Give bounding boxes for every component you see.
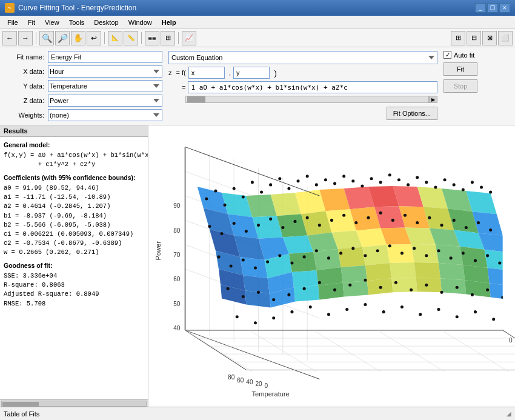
svg-point-176 xyxy=(379,286,382,289)
svg-point-167 xyxy=(242,295,245,298)
equation-type-select[interactable]: Custom Equation xyxy=(168,51,437,64)
svg-point-95 xyxy=(287,187,290,190)
toolbar-rotate[interactable]: ↩ xyxy=(87,31,101,45)
z-data-label: Z data: xyxy=(5,97,44,104)
z-data-select[interactable]: Power xyxy=(48,95,162,107)
svg-point-132 xyxy=(379,212,382,215)
svg-point-153 xyxy=(351,247,354,250)
results-scrollbar-h[interactable] xyxy=(0,399,148,407)
svg-point-125 xyxy=(293,220,296,223)
menu-view[interactable]: View xyxy=(40,18,64,27)
close-paren: ) xyxy=(272,68,277,78)
svg-text:60: 60 xyxy=(237,377,244,384)
formula-scrollbar[interactable] xyxy=(185,96,429,103)
svg-point-196 xyxy=(437,308,440,311)
chart-area: 40 50 60 70 80 90 Power 0 5 10 15 20 25 xyxy=(148,125,515,407)
formula-scrollbar-row: ▶ xyxy=(185,96,437,103)
restore-button[interactable]: ❐ xyxy=(487,3,498,13)
fit-options-button[interactable]: Fit Options... xyxy=(387,107,437,120)
menu-window[interactable]: Window xyxy=(124,18,157,27)
toolbar-data-cursor[interactable]: 📐 xyxy=(108,31,122,45)
close-button[interactable]: ✕ xyxy=(499,3,510,13)
svg-point-107 xyxy=(397,178,400,181)
formula-row: = 1 a0 + a1*cos(w*x) + b1*sin(w*x) + a2*… xyxy=(168,81,437,93)
menu-help[interactable]: Help xyxy=(157,18,181,27)
toolbar-sep-4 xyxy=(178,32,179,44)
svg-point-182 xyxy=(471,293,474,296)
title-bar-left: ~ Curve Fitting Tool - EnergyPrediction xyxy=(5,3,136,13)
toolbar-zoom-in[interactable]: 🔍 xyxy=(39,31,54,45)
menu-tools[interactable]: Tools xyxy=(64,18,90,27)
toolbar-back[interactable]: ← xyxy=(2,31,17,45)
coeff-b2: b2 = -5.566 (-6.095, -5.038) xyxy=(4,221,144,230)
menu-desktop[interactable]: Desktop xyxy=(89,18,123,27)
fit-name-row: Fit name: xyxy=(5,51,162,63)
svg-point-99 xyxy=(324,178,327,181)
toolbar-grid[interactable]: ⊞ xyxy=(161,31,175,45)
svg-marker-82 xyxy=(416,278,442,292)
minimize-button[interactable]: _ xyxy=(475,3,486,13)
svg-point-121 xyxy=(245,230,248,233)
toolbar-fullscreen[interactable]: ⬜ xyxy=(498,31,513,45)
title-controls[interactable]: _ ❐ ✕ xyxy=(475,3,510,13)
toolbar-undock[interactable]: ⊟ xyxy=(467,31,481,45)
toolbar-plot[interactable]: 📈 xyxy=(182,31,196,45)
weights-select[interactable]: (none) xyxy=(48,109,162,121)
stop-button[interactable]: Stop xyxy=(444,79,477,93)
svg-text:50: 50 xyxy=(173,301,181,307)
toolbar-dock[interactable]: ⊠ xyxy=(482,31,497,45)
x-data-select[interactable]: Hour xyxy=(48,65,162,78)
x-var-input[interactable] xyxy=(188,67,225,79)
svg-point-105 xyxy=(379,181,382,184)
svg-point-87 xyxy=(214,189,217,192)
form-right: ✓ Auto fit Fit Stop xyxy=(444,51,510,121)
svg-point-188 xyxy=(290,310,293,313)
svg-point-131 xyxy=(367,216,370,219)
svg-point-150 xyxy=(315,249,318,252)
svg-point-149 xyxy=(303,255,306,258)
svg-point-106 xyxy=(388,173,391,176)
toolbar-select[interactable]: 📏 xyxy=(124,31,138,45)
toolbar-pan[interactable]: ✋ xyxy=(71,31,85,45)
formula-container: 1 a0 + a1*cos(w*x) + b1*sin(w*x) + a2*c xyxy=(188,81,437,93)
title-bar: ~ Curve Fitting Tool - EnergyPrediction … xyxy=(0,0,515,16)
fit-button[interactable]: Fit xyxy=(444,62,477,76)
toolbar-tile[interactable]: ⊞ xyxy=(451,31,465,45)
fit-name-input[interactable] xyxy=(48,51,162,63)
svg-point-185 xyxy=(236,315,239,318)
h-scroll-thumb xyxy=(2,402,39,407)
y-var-input[interactable] xyxy=(233,67,270,79)
y-data-select[interactable]: Temperature xyxy=(48,80,162,92)
svg-text:90: 90 xyxy=(173,202,181,209)
svg-point-138 xyxy=(453,219,456,222)
svg-text:40: 40 xyxy=(246,379,253,385)
svg-point-117 xyxy=(489,190,492,193)
h-scroll-track[interactable] xyxy=(1,401,147,407)
autofit-checkbox[interactable]: ✓ xyxy=(444,51,451,59)
toolbar-legend[interactable]: ≡≡ xyxy=(145,31,159,45)
svg-point-97 xyxy=(306,175,309,178)
toolbar-zoom-out[interactable]: 🔎 xyxy=(55,31,70,45)
menu-fit[interactable]: Fit xyxy=(23,18,40,27)
formula-scroll-right[interactable]: ▶ xyxy=(429,96,437,103)
menu-file[interactable]: File xyxy=(2,18,23,27)
svg-point-169 xyxy=(272,298,275,301)
svg-point-152 xyxy=(339,252,342,255)
svg-point-164 xyxy=(486,254,489,257)
svg-point-161 xyxy=(450,256,453,259)
toolbar-right: ⊞ ⊟ ⊠ ⬜ xyxy=(451,31,513,45)
svg-point-158 xyxy=(413,247,416,250)
svg-point-151 xyxy=(327,256,330,259)
svg-point-160 xyxy=(437,249,440,252)
svg-point-168 xyxy=(257,291,260,294)
stat-sse: SSE: 3.336e+04 xyxy=(4,272,144,281)
svg-point-187 xyxy=(272,316,275,319)
weights-row: Weights: (none) xyxy=(5,109,162,121)
toolbar-forward[interactable]: → xyxy=(18,31,33,45)
svg-marker-69 xyxy=(390,262,416,278)
svg-point-163 xyxy=(474,259,477,262)
svg-marker-58 xyxy=(411,244,439,263)
form-area: Fit name: X data: Hour Y data: Temperatu… xyxy=(0,47,515,125)
svg-point-100 xyxy=(333,182,336,185)
stat-adj-rsquare: Adjusted R-square: 0.8049 xyxy=(4,290,144,299)
